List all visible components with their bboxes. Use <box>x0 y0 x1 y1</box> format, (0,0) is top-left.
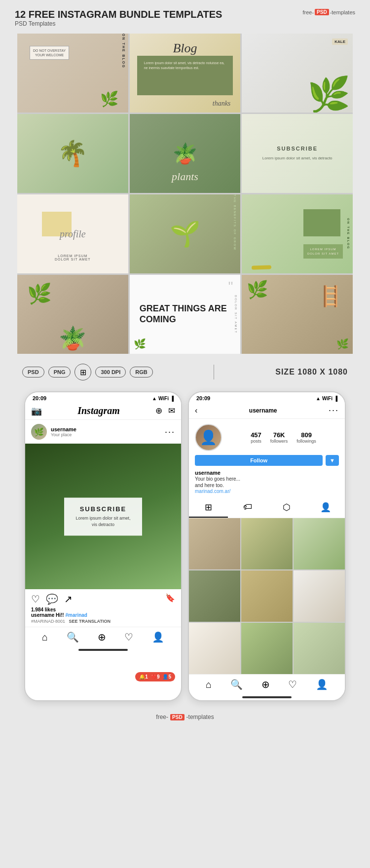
blog-lorem: Lorem ipsum dolor sit amet, vis detracto… <box>144 61 226 71</box>
footer-prefix: free- <box>156 714 168 720</box>
likes-count: 1.984 likes <box>31 607 175 612</box>
grid-cell-9: ON THE BLOG LOREM IPSUM DOLOR SIT AMET <box>242 194 353 273</box>
search-icon-right[interactable]: 🔍 <box>230 679 243 690</box>
add-post-icon[interactable]: ⊕ <box>155 406 162 416</box>
add-icon-left[interactable]: ⊕ <box>98 631 106 643</box>
notif-3: 👤5 <box>162 674 171 679</box>
footer-suffix: -templates <box>186 714 214 720</box>
bio-link[interactable]: marinad.com.ar/ <box>195 489 339 494</box>
brand-text: free-PSD-templates <box>302 9 355 15</box>
notification-bar: 🔔1 ❤️9 👤5 <box>135 672 175 681</box>
plant-deco-1: 🌿 <box>100 90 118 108</box>
couch-plant: 🪴 <box>173 142 197 165</box>
profile-icon-right[interactable]: 👤 <box>316 679 328 690</box>
comment-icon[interactable]: 💬 <box>46 593 58 605</box>
plants-text: plants <box>172 170 198 183</box>
hashtag-link[interactable]: #marinad <box>65 612 87 618</box>
home-icon-right[interactable]: ⌂ <box>206 679 212 690</box>
ig-nav-right: ⊕ ✉ <box>155 406 175 416</box>
great-things-text: GREAT THINGS ARE COMING <box>130 296 241 332</box>
bio-line2: and here too. <box>195 482 339 489</box>
thumb-8[interactable] <box>241 623 293 674</box>
branch-deco-10: 🌿 <box>27 282 52 305</box>
thumb-6[interactable] <box>294 570 345 622</box>
thanks-text: thanks <box>213 100 231 108</box>
bookmark-icon[interactable]: 🔖 <box>165 593 175 605</box>
palm-leaf: 🌴 <box>57 139 88 168</box>
thumb-7[interactable] <box>189 623 240 674</box>
thumb-img-8 <box>241 623 293 674</box>
footer-psd: PSD <box>170 714 185 720</box>
thumb-3[interactable] <box>294 518 345 569</box>
blog-title: Blog <box>173 41 197 56</box>
thumb-4[interactable] <box>189 570 240 622</box>
posts-label: posts <box>251 439 261 444</box>
share-icon[interactable]: ↗ <box>64 593 73 605</box>
lorem-green-box: LOREM IPSUM DOLOR SIT AMET <box>303 244 343 259</box>
grid-cell-6: SUBSCRIBE Lorem ipsum dolor sit amet, vi… <box>242 114 353 193</box>
like-icon[interactable]: ♡ <box>31 593 40 605</box>
profile-icon-left[interactable]: 👤 <box>152 631 164 643</box>
grid-cell-8: 🌱 THE BENEFITS OF GROW <box>130 194 241 273</box>
battery-icon-right: ▐ <box>334 396 337 401</box>
bio-username: username <box>195 470 339 476</box>
post-username[interactable]: username <box>51 426 165 432</box>
branch-deco-top: 🌿 <box>247 280 268 300</box>
see-translation[interactable]: SEE TRANSLATION <box>69 619 111 624</box>
quote-mark: " <box>228 279 233 295</box>
wifi-icon: WiFi <box>158 396 169 401</box>
tab-tagged[interactable]: 🏷 <box>228 498 267 518</box>
post-more-icon[interactable]: ··· <box>165 427 175 437</box>
brand-suffix: -templates <box>330 9 355 15</box>
thumb-img-4 <box>189 570 240 622</box>
brand-logo: free-PSD-templates <box>302 9 355 15</box>
thumb-9[interactable] <box>294 623 345 674</box>
stat-followers: 76K followers <box>270 431 288 444</box>
hashtag-line: #MARINAD·8001 SEE TRANSLATION <box>31 619 175 624</box>
notif-2: ❤️9 <box>151 674 160 679</box>
tab-igtv[interactable]: 👤 <box>306 498 345 518</box>
post-actions-left: ♡ 💬 ↗ <box>31 593 73 605</box>
phone-right: 20:09 ▲ WiFi ▐ ‹ username ··· 👤 457 post… <box>188 391 346 701</box>
status-bar-left: 20:09 ▲ WiFi ▐ <box>25 392 181 403</box>
post-subscribe: SUBSCRIBE <box>74 505 132 512</box>
tab-grid[interactable]: ⊞ <box>189 498 228 518</box>
add-icon-right[interactable]: ⊕ <box>261 679 270 690</box>
heart-icon-left[interactable]: ♡ <box>124 631 133 643</box>
camera-icon[interactable]: 📷 <box>31 406 42 416</box>
page-title: 12 FREE INSTAGRAM BUNDLE TEMPLATES <box>15 9 222 20</box>
wifi-icon-right: WiFi <box>322 396 333 401</box>
follow-button[interactable]: Follow <box>195 455 323 466</box>
profile-more-icon[interactable]: ··· <box>329 405 339 415</box>
thumb-img-3 <box>294 518 345 569</box>
vertical-text-1: ON THE BLOG <box>122 34 125 113</box>
grid-cell-2: Blog Lorem ipsum dolor sit amet, vis det… <box>130 34 241 113</box>
bottom-nav-right: ⌂ 🔍 ⊕ ♡ 👤 <box>189 674 345 694</box>
icon-copy: ⊞ <box>74 364 91 380</box>
home-icon-left[interactable]: ⌂ <box>42 632 48 643</box>
profile-nav-username: username <box>249 407 277 414</box>
brand-psd: PSD <box>315 9 329 15</box>
on-the-blog-text: ON THE BLOG <box>347 218 350 250</box>
thumb-img-1 <box>189 518 240 569</box>
post-avatar: 🌿 <box>31 424 47 440</box>
follow-chevron-button[interactable]: ▼ <box>326 455 339 466</box>
thumb-2[interactable] <box>241 518 293 569</box>
back-icon[interactable]: ‹ <box>195 406 197 415</box>
following-count: 809 <box>296 431 316 439</box>
followers-label: followers <box>270 439 288 444</box>
branch-deco-11: 🌿 <box>134 338 146 350</box>
hands-plant: 🌱 <box>170 220 200 248</box>
brand-prefix: free- <box>302 9 314 15</box>
tab-reels[interactable]: ⬡ <box>267 498 306 518</box>
caption-username[interactable]: username <box>31 612 54 618</box>
phone-left: 20:09 ▲ WiFi ▐ 📷 Instagram ⊕ ✉ 🌿 usernam… <box>24 391 182 701</box>
profile-image-grid <box>189 518 345 674</box>
heart-icon-right[interactable]: ♡ <box>288 679 297 690</box>
thumb-1[interactable] <box>189 518 240 569</box>
thumb-5[interactable] <box>241 570 293 622</box>
send-icon[interactable]: ✉ <box>168 406 175 416</box>
search-icon-left[interactable]: 🔍 <box>67 631 79 643</box>
post-image: SUBSCRIBE Lorem ipsum dolor sit amet, vi… <box>25 444 181 589</box>
grid-cell-5: 🪴 plants <box>130 114 241 193</box>
